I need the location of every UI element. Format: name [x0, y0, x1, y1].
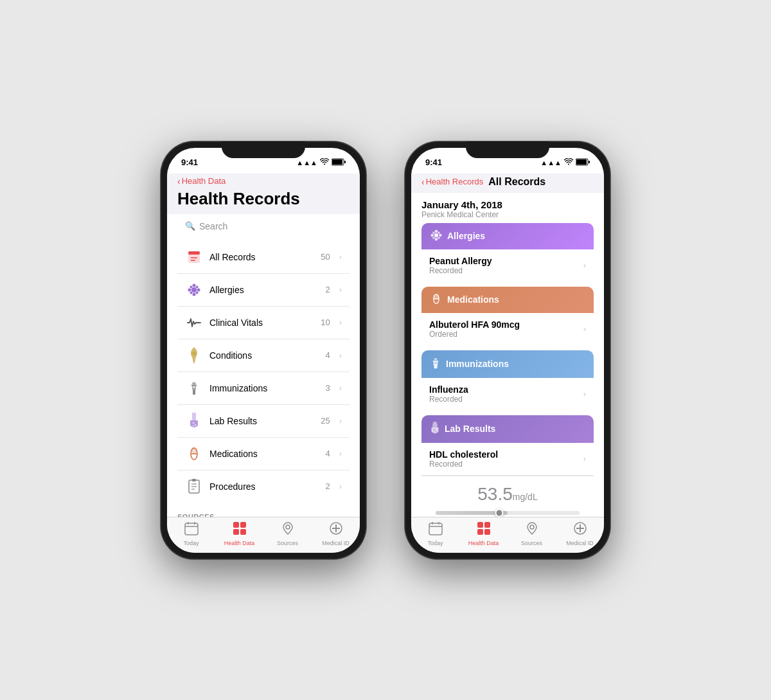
- category-medications-title: Medications: [447, 294, 499, 305]
- all-records-count: 50: [321, 252, 330, 262]
- tab-sources-icon-1: [281, 521, 295, 539]
- immunization-item-name: Influenza: [429, 384, 583, 395]
- lab-icon: [185, 412, 203, 430]
- vitals-label: Clinical Vitals: [209, 318, 314, 328]
- tab-health-icon-2: [477, 521, 491, 539]
- phone-2-notch: [466, 141, 549, 158]
- category-immunizations-header[interactable]: Immunizations: [421, 350, 594, 378]
- search-bar-1[interactable]: 🔍 Search: [177, 217, 350, 236]
- tab-today-1[interactable]: Today: [167, 521, 215, 546]
- tab-sources-2[interactable]: Sources: [508, 521, 556, 546]
- back-label-1: Health Data: [182, 176, 226, 186]
- immunization-item-text: Influenza Recorded: [429, 384, 583, 404]
- allergy-item-chevron: ›: [583, 260, 586, 270]
- status-icons-1: ▲▲▲: [296, 158, 346, 167]
- all-records-label: All Records: [209, 252, 314, 262]
- allergies-icon: [185, 281, 203, 299]
- svg-point-15: [196, 291, 199, 294]
- phone-2: 9:41 ▲▲▲: [405, 141, 610, 559]
- date-header-2: January 4th, 2018 Penick Medical Center: [411, 193, 604, 223]
- list-item-immunizations[interactable]: Immunizations 3 ›: [177, 372, 350, 405]
- svg-point-14: [190, 291, 193, 294]
- svg-rect-72: [433, 422, 436, 427]
- category-lab-header[interactable]: Lab Results: [421, 415, 594, 443]
- allergies-label: Allergies: [209, 285, 319, 295]
- svg-point-45: [286, 525, 290, 529]
- conditions-count: 4: [325, 350, 330, 360]
- allergy-item-status: Recorded: [429, 266, 583, 275]
- svg-rect-36: [192, 479, 196, 481]
- tab-today-icon-2: [429, 521, 443, 539]
- tab-health-label-1: Health Data: [224, 540, 255, 546]
- phones-container: 9:41 ▲▲▲: [135, 116, 636, 585]
- tab-health-1[interactable]: Health Data: [215, 521, 263, 546]
- tab-health-icon-1: [233, 521, 247, 539]
- list-item-procedures[interactable]: Procedures 2 ›: [177, 471, 350, 503]
- back-button-2[interactable]: ‹ Health Records: [421, 177, 483, 187]
- svg-rect-24: [192, 413, 196, 420]
- svg-point-58: [438, 231, 440, 234]
- list-item-allergies[interactable]: Allergies 2 ›: [177, 274, 350, 307]
- tab-sources-1[interactable]: Sources: [263, 521, 312, 546]
- category-allergies-header[interactable]: Allergies: [421, 223, 594, 249]
- category-medications-header[interactable]: Medications: [421, 287, 594, 313]
- list-item-all-records[interactable]: All Records 50 ›: [177, 241, 350, 274]
- tab-today-2[interactable]: Today: [411, 521, 459, 546]
- scroll-content-2[interactable]: January 4th, 2018 Penick Medical Center: [411, 193, 604, 517]
- procedures-icon: [185, 478, 203, 496]
- tab-medicalid-icon-1: [329, 521, 343, 539]
- nav-bar-2: ‹ Health Records All Records: [411, 174, 604, 193]
- svg-rect-74: [435, 431, 436, 431]
- wifi-icon-2: [564, 158, 573, 166]
- scroll-content-1[interactable]: All Records 50 ›: [167, 241, 360, 517]
- svg-rect-67: [433, 360, 438, 362]
- list-item-medications[interactable]: Medications 4 ›: [177, 438, 350, 471]
- tab-medicalid-2[interactable]: Medical ID: [556, 521, 604, 546]
- status-icons-2: ▲▲▲: [540, 158, 590, 167]
- svg-point-11: [197, 288, 200, 291]
- medications-count: 4: [325, 449, 330, 458]
- category-allergies-item[interactable]: Peanut Allergy Recorded ›: [421, 249, 594, 282]
- sources-header-1: SOURCES: [167, 508, 360, 517]
- vitals-icon: [185, 314, 203, 332]
- category-lab-title: Lab Results: [445, 424, 495, 434]
- category-allergies-icon: [430, 229, 442, 243]
- list-item-vitals[interactable]: Clinical Vitals 10 ›: [177, 307, 350, 339]
- svg-rect-75: [434, 432, 435, 433]
- svg-rect-50: [576, 159, 587, 165]
- category-lab-item[interactable]: HDL cholesterol Recorded ›: [421, 443, 594, 476]
- conditions-chevron: ›: [339, 350, 342, 360]
- tab-today-label-2: Today: [427, 540, 443, 546]
- svg-rect-84: [477, 529, 483, 535]
- medication-item-chevron: ›: [583, 324, 586, 334]
- conditions-icon: [185, 346, 203, 364]
- lab-item-chevron: ›: [583, 454, 586, 463]
- svg-point-63: [434, 294, 439, 299]
- phone-1-screen: 9:41 ▲▲▲: [167, 148, 360, 553]
- back-button-1[interactable]: ‹ Health Data: [177, 176, 350, 186]
- svg-rect-27: [193, 426, 194, 426]
- svg-rect-2: [344, 161, 346, 163]
- date-location-2: Penick Medical Center: [421, 210, 594, 219]
- tab-sources-label-2: Sources: [521, 540, 542, 546]
- immunizations-icon: [185, 379, 203, 397]
- back-chevron-2: ‹: [421, 177, 425, 187]
- nav-bar-1: ‹ Health Data Health Records: [167, 174, 360, 214]
- svg-rect-42: [240, 522, 246, 528]
- category-medications-icon: [430, 293, 442, 307]
- medications-icon: [185, 445, 203, 463]
- list-item-conditions[interactable]: Conditions 4 ›: [177, 339, 350, 372]
- hdl-bar: [436, 511, 580, 515]
- category-immunizations-item[interactable]: Influenza Recorded ›: [421, 378, 594, 410]
- list-item-lab[interactable]: Lab Results 25 ›: [177, 405, 350, 438]
- category-medications-item[interactable]: Albuterol HFA 90mcg Ordered ›: [421, 313, 594, 345]
- category-medications: Medications Albuterol HFA 90mcg Ordered …: [421, 287, 594, 345]
- medication-item-name: Albuterol HFA 90mcg: [429, 319, 583, 330]
- menu-list-1: All Records 50 ›: [177, 241, 350, 503]
- tab-medicalid-1[interactable]: Medical ID: [312, 521, 360, 546]
- svg-rect-83: [484, 522, 490, 528]
- tab-health-2[interactable]: Health Data: [459, 521, 508, 546]
- svg-rect-73: [434, 429, 435, 430]
- svg-rect-43: [233, 529, 239, 535]
- category-allergies-title: Allergies: [447, 231, 485, 241]
